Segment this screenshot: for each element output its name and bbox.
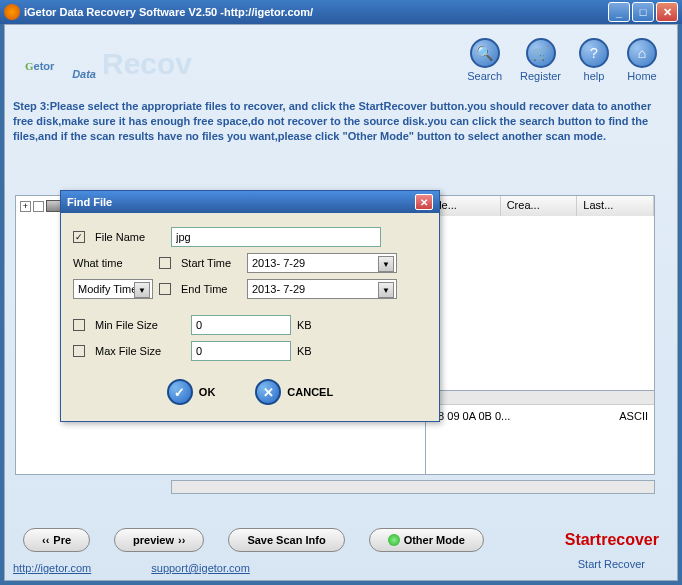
cancel-button[interactable]: ✕ CANCEL <box>255 379 333 405</box>
col-last[interactable]: Last... <box>577 196 654 216</box>
app-icon <box>4 4 20 20</box>
find-file-dialog: Find File ✕ ✓ File Name What time Start … <box>60 190 440 422</box>
start-recover-label: Start Recover <box>578 558 645 570</box>
minimize-button[interactable]: _ <box>608 2 630 22</box>
email-link[interactable]: support@igetor.com <box>151 562 250 574</box>
close-button[interactable]: ✕ <box>656 2 678 22</box>
hex-scrollbar[interactable] <box>426 391 654 405</box>
horizontal-scrollbar[interactable] <box>171 480 655 494</box>
x-icon: ✕ <box>255 379 281 405</box>
start-recover-button[interactable]: Startrecover <box>565 531 659 549</box>
tree-checkbox[interactable] <box>33 201 44 212</box>
kb-label-1: KB <box>297 319 312 331</box>
filename-label: File Name <box>95 231 165 243</box>
hex-bytes: 08 09 0A 0B 0... <box>432 410 510 422</box>
home-button[interactable]: ⌂ Home <box>627 38 657 82</box>
starttime-label: Start Time <box>181 257 241 269</box>
search-button[interactable]: 🔍 Search <box>467 38 502 82</box>
maxsize-checkbox[interactable] <box>73 345 85 357</box>
col-created[interactable]: Crea... <box>501 196 578 216</box>
endtime-picker[interactable]: 2013- 7-29 <box>247 279 397 299</box>
maximize-button[interactable]: □ <box>632 2 654 22</box>
preview-button[interactable]: preview ›› <box>114 528 204 552</box>
register-button[interactable]: 🛒 Register <box>520 38 561 82</box>
whattime-combo[interactable]: Modify Time <box>73 279 153 299</box>
ok-button[interactable]: ✓ OK <box>167 379 216 405</box>
pre-button[interactable]: ‹‹ Pre <box>23 528 90 552</box>
help-button[interactable]: ? help <box>579 38 609 82</box>
check-icon: ✓ <box>167 379 193 405</box>
site-link[interactable]: http://igetor.com <box>13 562 91 574</box>
titlebar: iGetor Data Recovery Software V2.50 -htt… <box>0 0 682 24</box>
green-dot-icon <box>388 534 400 546</box>
minsize-input[interactable] <box>191 315 291 335</box>
filename-input[interactable] <box>171 227 381 247</box>
window-title: iGetor Data Recovery Software V2.50 -htt… <box>24 6 608 18</box>
endtime-label: End Time <box>181 283 241 295</box>
whattime-label: What time <box>73 257 153 269</box>
hex-viewer: 08 09 0A 0B 0... ASCII <box>425 390 655 475</box>
search-icon: 🔍 <box>470 38 500 68</box>
minsize-checkbox[interactable] <box>73 319 85 331</box>
toolbar: 🔍 Search 🛒 Register ? help ⌂ Home <box>467 38 657 82</box>
save-scan-button[interactable]: Save Scan Info <box>228 528 344 552</box>
starttime-picker[interactable]: 2013- 7-29 <box>247 253 397 273</box>
kb-label-2: KB <box>297 345 312 357</box>
instructions-text: Step 3:Please select the appropriate fil… <box>5 95 677 152</box>
header: Getor DataRecov 🔍 Search 🛒 Register ? he… <box>5 25 677 95</box>
dialog-close-button[interactable]: ✕ <box>415 194 433 210</box>
other-mode-button[interactable]: Other Mode <box>369 528 484 552</box>
button-bar: ‹‹ Pre preview ›› Save Scan Info Other M… <box>5 528 677 552</box>
home-icon: ⌂ <box>627 38 657 68</box>
footer-links: http://igetor.com support@igetor.com <box>13 562 250 574</box>
dialog-titlebar: Find File ✕ <box>61 191 439 213</box>
maxsize-label: Max File Size <box>95 345 185 357</box>
logo: Getor DataRecov <box>25 43 192 77</box>
dialog-title: Find File <box>67 196 112 208</box>
maxsize-input[interactable] <box>191 341 291 361</box>
endtime-checkbox[interactable] <box>159 283 171 295</box>
filename-checkbox[interactable]: ✓ <box>73 231 85 243</box>
expand-icon[interactable]: + <box>20 201 31 212</box>
help-icon: ? <box>579 38 609 68</box>
starttime-checkbox[interactable] <box>159 257 171 269</box>
list-header: File... Crea... Last... <box>424 196 654 216</box>
minsize-label: Min File Size <box>95 319 185 331</box>
cart-icon: 🛒 <box>526 38 556 68</box>
hex-ascii: ASCII <box>619 410 648 422</box>
